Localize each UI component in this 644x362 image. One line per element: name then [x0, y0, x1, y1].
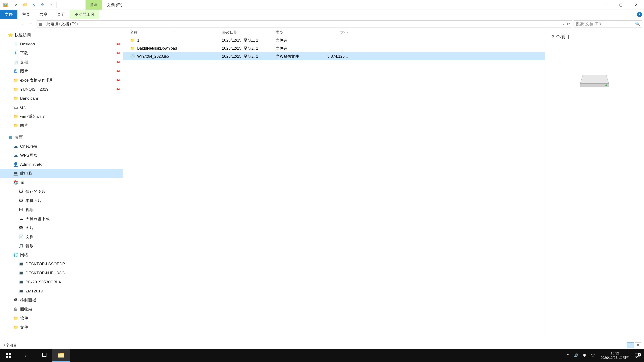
tree-qa-bandicam[interactable]: 📁Bandicam: [0, 94, 123, 103]
breadcrumb-current[interactable]: 文档 (E:): [61, 21, 76, 27]
tree-qa-desktop[interactable]: 🖥Desktop📌: [0, 39, 123, 49]
security-icon[interactable]: 🛡: [589, 353, 597, 358]
tree-desktop-root[interactable]: 🖥桌面: [0, 133, 123, 142]
tree-qa-pictures2[interactable]: 📁图片: [0, 121, 123, 130]
tree-net-pc2[interactable]: 💻DESKTOP-NJEU3CG: [0, 269, 123, 278]
cloud-icon: ☁: [13, 144, 18, 149]
search-placeholder: 搜索"文档 (E:)": [576, 21, 602, 27]
tree-lib-videos[interactable]: 🎞视频: [0, 205, 123, 214]
qat-properties-icon[interactable]: ✔: [12, 1, 20, 9]
titlebar: 🖼️ ✔ 📁 ✕ ⚙ ▾ 管理 文档 (E:) ─ ▢ ✕: [0, 0, 644, 10]
view-icons-button[interactable]: ▦: [634, 343, 641, 348]
chevron-right-icon[interactable]: ›: [58, 22, 61, 26]
nav-up-button[interactable]: ↑: [27, 20, 35, 28]
library-icon: 📚: [13, 180, 18, 185]
nav-back-button[interactable]: ←: [2, 20, 10, 28]
ribbon-expand-icon[interactable]: ⌄: [632, 12, 635, 16]
pin-icon: 📌: [115, 41, 120, 46]
qat-new-folder-icon[interactable]: 📁: [21, 1, 29, 9]
svg-rect-5: [9, 356, 12, 358]
tree-qa-gdrive[interactable]: 🖴G:\: [0, 103, 123, 112]
tree-net-pc1[interactable]: 💻DESKTOP-LSSOEDP: [0, 259, 123, 269]
column-name[interactable]: 名称⌃: [123, 30, 222, 35]
tree-quick-access[interactable]: ⭐快速访问: [0, 30, 123, 39]
tree-network[interactable]: 🌐网络: [0, 250, 123, 259]
nav-recent-dropdown[interactable]: ▾: [18, 20, 27, 28]
column-size[interactable]: 大小: [321, 30, 350, 35]
tab-home[interactable]: 主页: [18, 10, 35, 19]
main-area: ⭐快速访问 🖥Desktop📌 ⬇下载📌 📄文档📌 🖼图片📌 📁excel表格制…: [0, 29, 644, 341]
tree-qa-yunqishi[interactable]: 📁YUNQISHI2019📌: [0, 85, 123, 94]
iso-file-icon: 💿: [130, 54, 135, 59]
tab-view[interactable]: 查看: [52, 10, 70, 19]
chevron-right-icon[interactable]: ›: [44, 22, 46, 26]
file-row[interactable]: 📁BaiduNetdiskDownload 2020/12/25, 星期五 1.…: [123, 44, 545, 52]
address-input[interactable]: 🖴 › 此电脑 › 文档 (E:) › ⌄ ⟳: [36, 20, 572, 27]
sort-indicator-icon: ⌃: [173, 31, 175, 34]
tree-qa-downloads[interactable]: ⬇下载📌: [0, 49, 123, 58]
navigation-pane[interactable]: ⭐快速访问 🖥Desktop📌 ⬇下载📌 📄文档📌 🖼图片📌 📁excel表格制…: [0, 29, 123, 341]
documents-icon: 📄: [13, 59, 18, 65]
tab-file[interactable]: 文件: [0, 10, 18, 19]
column-date[interactable]: 修改日期: [222, 30, 276, 35]
tree-qa-excel[interactable]: 📁excel表格制作求和📌: [0, 76, 123, 85]
qat-app-icon[interactable]: 🖼️: [1, 1, 10, 9]
folder-icon: 📁: [130, 37, 135, 43]
tree-files[interactable]: 📁文件: [0, 323, 123, 332]
nav-forward-button[interactable]: →: [10, 20, 18, 28]
help-icon[interactable]: ?: [637, 12, 642, 17]
tree-lib-documents[interactable]: 📄文档: [0, 232, 123, 241]
view-details-button[interactable]: ☰: [627, 343, 634, 348]
taskbar-clock[interactable]: 16:32 2020/12/25, 星期五: [597, 351, 632, 360]
qat-delete-icon[interactable]: ✕: [30, 1, 38, 9]
file-row-selected[interactable]: 💿Win7x64_2020.iso↖ 2020/12/25, 星期五 1... …: [123, 52, 545, 60]
taskbar-explorer-button[interactable]: [52, 349, 70, 362]
qat-dropdown-icon[interactable]: ▾: [47, 1, 55, 9]
qat-settings-icon[interactable]: ⚙: [38, 1, 46, 9]
search-icon[interactable]: 🔍: [635, 22, 640, 26]
tree-net-pc4[interactable]: 💻ZMT2019: [0, 287, 123, 296]
task-view-button[interactable]: [35, 349, 52, 362]
tray-overflow-icon[interactable]: ⌃: [564, 353, 572, 358]
action-center-button[interactable]: 3: [632, 353, 642, 358]
chevron-right-icon[interactable]: ›: [76, 22, 79, 26]
ime-indicator[interactable]: 中: [580, 353, 589, 358]
tree-control-panel[interactable]: 🛠控制面板: [0, 296, 123, 305]
start-button[interactable]: [0, 349, 18, 362]
tree-net-pc3[interactable]: 💻PC-20190530OBLA: [0, 278, 123, 287]
drive-icon: 🖴: [13, 105, 18, 110]
address-dropdown-icon[interactable]: ⌄: [561, 23, 566, 25]
tab-drive-tools[interactable]: 驱动器工具: [70, 10, 99, 19]
tree-lib-pictures[interactable]: 🖼图片: [0, 223, 123, 232]
tree-qa-pictures[interactable]: 🖼图片📌: [0, 67, 123, 76]
tree-administrator[interactable]: 👤Administrator: [0, 160, 123, 169]
refresh-icon[interactable]: ⟳: [567, 22, 570, 26]
pictures-icon: 🖼: [13, 68, 18, 74]
tree-software[interactable]: 📁软件: [0, 314, 123, 323]
breadcrumb-this-pc[interactable]: 此电脑: [46, 21, 58, 27]
tree-lib-music[interactable]: 🎵音乐: [0, 241, 123, 250]
folder-icon: 📁: [130, 45, 135, 51]
tree-wps[interactable]: ☁WPS网盘: [0, 151, 123, 160]
tree-lib-saved-pictures[interactable]: 🖼保存的图片: [0, 187, 123, 196]
minimize-button[interactable]: ─: [598, 0, 613, 10]
tree-qa-documents[interactable]: 📄文档📌: [0, 58, 123, 67]
search-input[interactable]: 搜索"文档 (E:)" 🔍: [574, 20, 642, 27]
close-button[interactable]: ✕: [628, 0, 644, 10]
file-row[interactable]: 📁1 2020/12/15, 星期二 1... 文件夹: [123, 36, 545, 44]
maximize-button[interactable]: ▢: [613, 0, 628, 10]
tree-lib-tianyi[interactable]: ☁天翼云盘下载: [0, 214, 123, 223]
tree-qa-win7[interactable]: 📁win7重装win7: [0, 112, 123, 121]
file-list[interactable]: 名称⌃ 修改日期 类型 大小 📁1 2020/12/15, 星期二 1... 文…: [123, 29, 545, 341]
tree-libraries[interactable]: 📚库: [0, 178, 123, 187]
tree-onedrive[interactable]: ☁OneDrive: [0, 142, 123, 151]
tree-this-pc[interactable]: 💻此电脑: [0, 169, 123, 178]
tree-lib-camera-roll[interactable]: 🖼本机照片: [0, 196, 123, 205]
column-type[interactable]: 类型: [276, 30, 321, 35]
show-desktop-button[interactable]: [642, 349, 644, 362]
tab-share[interactable]: 共享: [35, 10, 52, 19]
folder-icon: 📁: [13, 114, 18, 119]
volume-icon[interactable]: 🔊: [572, 353, 580, 358]
tree-recycle-bin[interactable]: 🗑回收站: [0, 305, 123, 314]
taskbar-search-button[interactable]: ⌕: [18, 349, 35, 362]
